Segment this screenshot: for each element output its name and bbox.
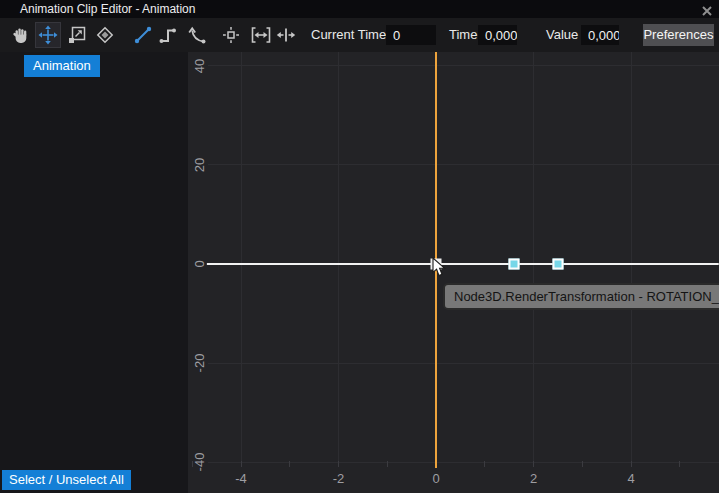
- curve-chart[interactable]: Node3D.RenderTransformation - ROTATION_Z…: [188, 52, 719, 493]
- stepped-curve-icon: [158, 25, 178, 45]
- diamond-icon: [95, 25, 115, 45]
- mouse-cursor: [432, 257, 446, 282]
- center-target-icon: [221, 25, 241, 45]
- move-arrows-icon: [38, 25, 58, 45]
- move-tool-button[interactable]: [36, 23, 60, 47]
- current-time-label: Current Time: [311, 18, 386, 52]
- preferences-button[interactable]: Preferences: [643, 24, 714, 46]
- keyframe-normal[interactable]: [509, 259, 520, 270]
- window-title: Animation Clip Editor - Animation: [20, 2, 195, 16]
- fit-horizontal-button[interactable]: [249, 23, 273, 47]
- linear-interp-button[interactable]: [131, 23, 155, 47]
- linear-curve-icon: [133, 25, 153, 45]
- close-icon: [701, 5, 713, 17]
- ease-interp-button[interactable]: [185, 23, 209, 47]
- close-button[interactable]: [701, 4, 713, 16]
- stepped-interp-button[interactable]: [156, 23, 180, 47]
- time-label: Time: [449, 18, 477, 52]
- curve-tooltip: Node3D.RenderTransformation - ROTATION_Z: [443, 283, 719, 310]
- keyframe-tool-button[interactable]: [93, 23, 117, 47]
- current-time-input[interactable]: [386, 25, 436, 45]
- arrow-cursor-icon: [432, 257, 446, 278]
- titlebar: Animation Clip Editor - Animation: [0, 0, 719, 18]
- pan-tool-button[interactable]: [9, 23, 33, 47]
- toolbar: Current Time Time Value Preferences: [0, 18, 719, 52]
- clip-list-panel: Animation Select / Unselect All: [0, 52, 188, 493]
- fit-horizontal-icon: [251, 25, 271, 45]
- value-input[interactable]: [581, 25, 619, 45]
- center-playhead-button[interactable]: [219, 23, 243, 47]
- scale-tool-button[interactable]: [65, 23, 89, 47]
- select-unselect-all-button[interactable]: Select / Unselect All: [2, 470, 131, 490]
- expand-width-icon: [276, 25, 296, 45]
- time-input[interactable]: [478, 25, 517, 45]
- tab-animation[interactable]: Animation: [24, 55, 100, 77]
- scale-icon: [67, 25, 87, 45]
- ease-curve-icon: [187, 25, 207, 45]
- value-label: Value: [546, 18, 578, 52]
- fit-selection-button[interactable]: [274, 23, 298, 47]
- keyframe-normal[interactable]: [552, 259, 563, 270]
- animation-clip-editor-window: Animation Clip Editor - Animation: [0, 0, 719, 493]
- animation-curve[interactable]: [188, 52, 719, 493]
- hand-icon: [11, 25, 31, 45]
